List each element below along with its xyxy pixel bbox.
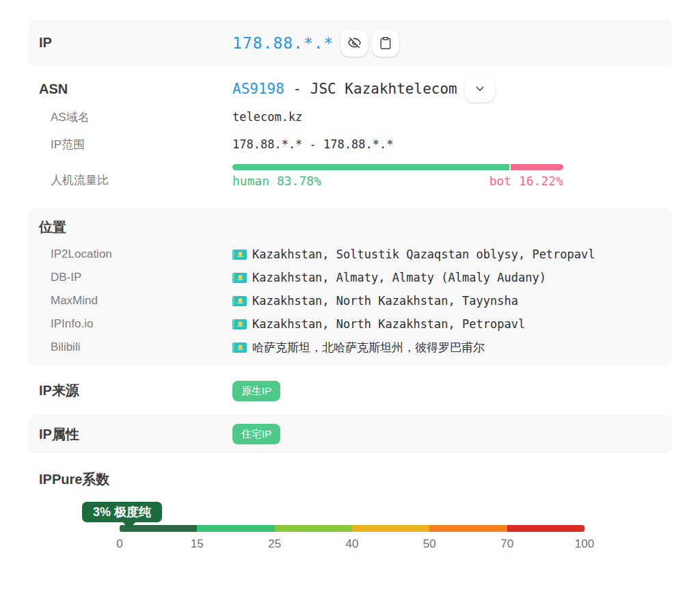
ip-attribute-section: IP属性 住宅IP bbox=[29, 415, 673, 453]
toggle-ip-visibility-button[interactable] bbox=[340, 29, 368, 57]
traffic-bar bbox=[232, 164, 563, 170]
gauge-tick: 25 bbox=[268, 537, 281, 551]
location-value: Kazakhstan, Soltustik Qazaqstan oblysy, … bbox=[252, 247, 595, 261]
gauge-segment bbox=[507, 525, 584, 532]
location-row-ipinfo: IPInfo.io Kazakhstan, North Kazakhstan, … bbox=[29, 312, 673, 336]
eye-off-icon bbox=[347, 36, 362, 50]
kazakhstan-flag-icon bbox=[232, 273, 247, 283]
asn-expand-button[interactable] bbox=[465, 75, 495, 103]
location-value: Kazakhstan, Almaty, Almaty (Almaly Audan… bbox=[252, 271, 546, 284]
chevron-down-icon bbox=[474, 83, 486, 95]
ip-range-row: IP范围 178.88.*.* - 178.88.*.* bbox=[29, 131, 673, 158]
gauge-tick: 50 bbox=[423, 537, 436, 551]
asn-main-row: ASN AS9198 - JSC Kazakhtelecom bbox=[29, 75, 673, 103]
gauge-tick: 40 bbox=[346, 537, 359, 551]
as-domain-row: AS域名 telecom.kz bbox=[29, 103, 673, 131]
traffic-human-label: human 83.78% bbox=[232, 174, 321, 188]
traffic-bar-human bbox=[232, 164, 509, 170]
location-row-ip2location: IP2Location Kazakhstan, Soltustik Qazaqs… bbox=[29, 243, 673, 266]
ippure-gauge-bar bbox=[120, 525, 584, 532]
gauge-segment bbox=[197, 525, 274, 532]
location-source-label: DB-IP bbox=[29, 271, 232, 284]
ip-attribute-label: IP属性 bbox=[29, 425, 232, 444]
as-domain-value: telecom.kz bbox=[232, 110, 302, 124]
location-source-label: Bilibili bbox=[29, 340, 232, 354]
as-domain-label: AS域名 bbox=[29, 109, 232, 125]
traffic-labels: human 83.78% bot 16.22% bbox=[232, 174, 563, 188]
ip-range-value: 178.88.*.* - 178.88.*.* bbox=[232, 137, 393, 151]
ip-label: IP bbox=[29, 35, 232, 51]
location-header: 位置 bbox=[29, 217, 673, 237]
ip-source-badge: 原生IP bbox=[232, 381, 280, 401]
ip-source-section: IP来源 原生IP bbox=[29, 366, 673, 415]
location-source-label: IP2Location bbox=[29, 247, 232, 261]
kazakhstan-flag-icon bbox=[232, 342, 247, 353]
traffic-ratio-widget: human 83.78% bot 16.22% bbox=[232, 162, 563, 198]
copy-ip-button[interactable] bbox=[372, 29, 399, 57]
asn-value: AS9198 - JSC Kazakhtelecom bbox=[232, 81, 457, 97]
traffic-bar-bot bbox=[511, 164, 563, 170]
location-row-bilibili: Bilibili 哈萨克斯坦，北哈萨克斯坦州，彼得罗巴甫尔 bbox=[29, 336, 673, 359]
ippure-header: IPPure系数 bbox=[29, 470, 673, 489]
kazakhstan-flag-icon bbox=[232, 319, 247, 330]
location-section: 位置 IP2Location Kazakhstan, Soltustik Qaz… bbox=[29, 208, 673, 366]
kazakhstan-flag-icon bbox=[232, 250, 247, 260]
asn-number-link[interactable]: AS9198 bbox=[232, 81, 284, 97]
location-row-dbip: DB-IP Kazakhstan, Almaty, Almaty (Almaly… bbox=[29, 266, 673, 289]
location-value: Kazakhstan, North Kazakhstan, Petropavl bbox=[252, 317, 525, 331]
traffic-ratio-label: 人机流量比 bbox=[29, 172, 232, 188]
ip-section: IP 178.88.*.* bbox=[29, 20, 673, 66]
ip-source-label: IP来源 bbox=[29, 381, 232, 400]
location-value: Kazakhstan, North Kazakhstan, Tayynsha bbox=[252, 294, 518, 308]
gauge-tick: 15 bbox=[191, 537, 204, 551]
location-source-label: IPInfo.io bbox=[29, 317, 232, 331]
clipboard-icon bbox=[379, 36, 392, 50]
ip-value: 178.88.*.* bbox=[232, 34, 334, 52]
location-value: 哈萨克斯坦，北哈萨克斯坦州，彼得罗巴甫尔 bbox=[252, 340, 485, 355]
kazakhstan-flag-icon bbox=[232, 296, 247, 306]
gauge-tick: 100 bbox=[575, 537, 594, 551]
asn-section: ASN AS9198 - JSC Kazakhtelecom AS域名 tele… bbox=[29, 66, 673, 208]
ip-range-label: IP范围 bbox=[29, 137, 232, 152]
ip-actions bbox=[340, 29, 399, 57]
ippure-score-tooltip: 3% 极度纯 bbox=[82, 502, 162, 522]
gauge-segment bbox=[352, 525, 429, 532]
ippure-gauge: 3% 极度纯 0 15 25 40 50 70 100 bbox=[120, 525, 584, 552]
gauge-segment bbox=[275, 525, 352, 532]
gauge-tick: 0 bbox=[116, 537, 122, 551]
ip-info-card: IP 178.88.*.* bbox=[29, 20, 673, 569]
traffic-ratio-row: 人机流量比 human 83.78% bot 16.22% bbox=[29, 158, 673, 198]
asn-org-name: - JSC Kazakhtelecom bbox=[284, 81, 457, 97]
asn-label: ASN bbox=[29, 81, 232, 97]
ip-attribute-badge: 住宅IP bbox=[232, 424, 280, 444]
ippure-section: IPPure系数 3% 极度纯 0 15 25 40 50 70 100 bbox=[29, 453, 673, 569]
location-source-label: MaxMind bbox=[29, 294, 232, 308]
gauge-tick: 70 bbox=[500, 537, 513, 551]
traffic-bot-label: bot 16.22% bbox=[489, 174, 563, 188]
location-row-maxmind: MaxMind Kazakhstan, North Kazakhstan, Ta… bbox=[29, 289, 673, 312]
ippure-gauge-ticks: 0 15 25 40 50 70 100 bbox=[120, 536, 584, 552]
gauge-segment bbox=[429, 525, 507, 532]
